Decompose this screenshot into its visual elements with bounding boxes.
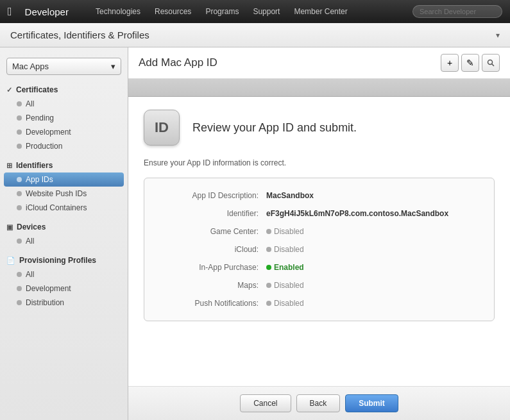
content-footer: Cancel Back Submit	[128, 386, 510, 420]
sidebar-item-certs-all[interactable]: All	[0, 97, 128, 111]
bullet-icon	[17, 191, 22, 196]
header-buttons: + ✎	[441, 54, 500, 72]
review-subtitle: Ensure your App ID information is correc…	[144, 158, 495, 167]
nav-support[interactable]: Support	[246, 4, 286, 19]
id-icon: ID	[144, 110, 180, 146]
enabled-dot-icon	[266, 265, 271, 270]
value-in-app-purchase: Enabled	[266, 263, 304, 272]
sidebar-item-devices-all[interactable]: All	[0, 234, 128, 248]
info-row-app-id-desc: App ID Description: MacSandbox	[164, 191, 475, 200]
bullet-icon	[17, 239, 22, 244]
sub-header: Certificates, Identifiers & Profiles ▾	[0, 23, 510, 47]
top-nav:  Developer Technologies Resources Progr…	[0, 0, 510, 23]
info-row-maps: Maps: Disabled	[164, 281, 475, 290]
add-button[interactable]: +	[441, 54, 459, 72]
label-identifier: Identifier:	[164, 209, 266, 218]
main-layout: Mac Apps ▾ ✓ Certificates All Pending De…	[0, 47, 510, 420]
provisioning-icon: 📄	[6, 256, 15, 265]
disabled-dot-icon	[266, 247, 271, 252]
label-push-notifications: Push Notifications:	[164, 299, 266, 308]
value-app-id-description: MacSandbox	[266, 191, 314, 200]
back-button[interactable]: Back	[296, 394, 341, 412]
svg-line-1	[492, 64, 495, 67]
section-header-devices: ▣ Devices	[0, 220, 128, 234]
content-header: Add Mac App ID + ✎	[128, 47, 510, 79]
sidebar-section-devices: ▣ Devices All	[0, 220, 128, 248]
sidebar-item-certs-production[interactable]: Production	[0, 139, 128, 153]
sidebar-item-website-push-ids[interactable]: Website Push IDs	[0, 187, 128, 201]
bullet-icon	[17, 144, 22, 149]
edit-button[interactable]: ✎	[461, 54, 479, 72]
devices-icon: ▣	[6, 223, 13, 231]
sidebar-item-certs-development[interactable]: Development	[0, 125, 128, 139]
content-body: ID Review your App ID and submit. Ensure…	[128, 79, 510, 386]
sidebar-item-provisioning-distribution[interactable]: Distribution	[0, 296, 128, 310]
value-icloud: Disabled	[266, 245, 304, 254]
section-label-provisioning: Provisioning Profiles	[19, 256, 96, 265]
info-row-push-notifications: Push Notifications: Disabled	[164, 299, 475, 308]
nav-links: Technologies Resources Programs Support …	[89, 4, 402, 19]
value-identifier: eF3gH4iJ5kL6mN7oP8.com.contoso.MacSandbo…	[266, 209, 448, 218]
label-in-app-purchase: In-App Purchase:	[164, 263, 266, 272]
sidebar-item-icloud-containers[interactable]: iCloud Containers	[0, 201, 128, 215]
nav-resources[interactable]: Resources	[148, 4, 198, 19]
content-area: Add Mac App ID + ✎ ID Review your A	[128, 47, 510, 420]
info-row-icloud: iCloud: Disabled	[164, 245, 475, 254]
sidebar-item-provisioning-all[interactable]: All	[0, 267, 128, 281]
bullet-icon	[17, 272, 22, 277]
sidebar-item-provisioning-development[interactable]: Development	[0, 281, 128, 296]
bullet-icon	[17, 177, 22, 182]
apple-logo-icon: 	[8, 5, 12, 19]
section-label-identifiers: Identifiers	[16, 161, 53, 170]
bullet-icon	[17, 130, 22, 135]
dropdown-chevron-icon: ▾	[111, 62, 115, 71]
section-header-certificates: ✓ Certificates	[0, 83, 128, 97]
sidebar-section-provisioning: 📄 Provisioning Profiles All Development …	[0, 253, 128, 310]
section-label-devices: Devices	[17, 223, 46, 231]
search-icon	[487, 59, 495, 67]
section-header-provisioning: 📄 Provisioning Profiles	[0, 253, 128, 267]
value-game-center: Disabled	[266, 227, 304, 236]
search-button[interactable]	[482, 54, 500, 72]
svg-point-0	[488, 60, 493, 65]
review-section: ID Review your App ID and submit. Ensure…	[128, 97, 510, 334]
platform-dropdown[interactable]: Mac Apps ▾	[6, 58, 121, 75]
page-title: Certificates, Identifiers & Profiles	[10, 29, 149, 40]
bullet-icon	[17, 286, 22, 291]
sidebar: Mac Apps ▾ ✓ Certificates All Pending De…	[0, 47, 128, 420]
info-card: App ID Description: MacSandbox Identifie…	[144, 178, 495, 321]
dropdown-arrow-icon[interactable]: ▾	[496, 31, 500, 40]
bullet-icon	[17, 115, 22, 121]
label-icloud: iCloud:	[164, 245, 266, 254]
cancel-button[interactable]: Cancel	[240, 394, 291, 412]
gray-banner	[128, 79, 510, 97]
bullet-icon	[17, 300, 22, 305]
nav-technologies[interactable]: Technologies	[89, 4, 147, 19]
sidebar-item-certs-pending[interactable]: Pending	[0, 111, 128, 125]
search-input[interactable]	[412, 5, 502, 18]
content-title: Add Mac App ID	[139, 56, 217, 69]
nav-member-center[interactable]: Member Center	[287, 4, 353, 19]
label-app-id-description: App ID Description:	[164, 191, 266, 200]
disabled-dot-icon	[266, 229, 271, 234]
section-header-identifiers: ⊞ Identifiers	[0, 158, 128, 172]
review-title: Review your App ID and submit.	[192, 121, 357, 135]
value-push-notifications: Disabled	[266, 299, 304, 308]
identifiers-icon: ⊞	[6, 162, 12, 170]
dropdown-label: Mac Apps	[12, 62, 49, 71]
info-row-in-app-purchase: In-App Purchase: Enabled	[164, 263, 475, 272]
value-maps: Disabled	[266, 281, 304, 290]
disabled-dot-icon	[266, 283, 271, 288]
info-row-identifier: Identifier: eF3gH4iJ5kL6mN7oP8.com.conto…	[164, 209, 475, 218]
label-game-center: Game Center:	[164, 227, 266, 236]
certificate-icon: ✓	[6, 86, 12, 94]
disabled-dot-icon	[266, 301, 271, 306]
sidebar-item-app-ids[interactable]: App IDs	[4, 172, 124, 187]
section-label-certificates: Certificates	[16, 85, 58, 94]
bullet-icon	[17, 205, 22, 210]
label-maps: Maps:	[164, 281, 266, 290]
nav-programs[interactable]: Programs	[199, 4, 245, 19]
sidebar-section-identifiers: ⊞ Identifiers App IDs Website Push IDs i…	[0, 158, 128, 215]
submit-button[interactable]: Submit	[345, 394, 398, 412]
info-row-game-center: Game Center: Disabled	[164, 227, 475, 236]
